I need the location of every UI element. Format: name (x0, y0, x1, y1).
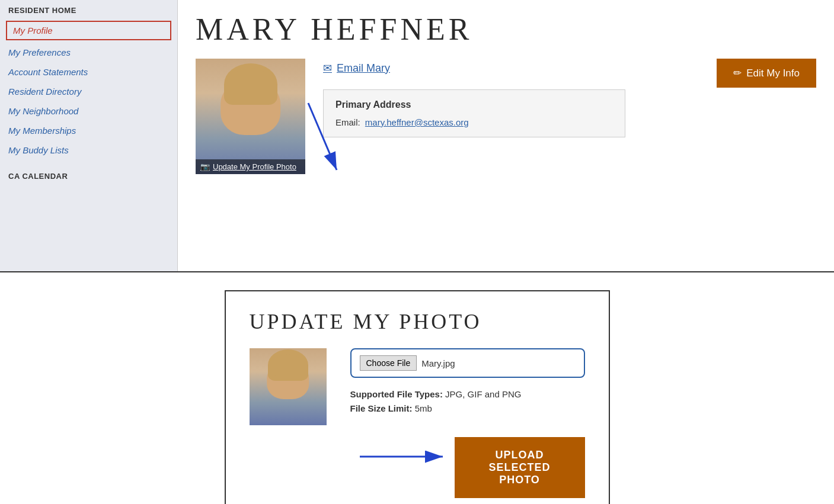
email-icon: ✉ (323, 62, 332, 75)
blue-arrow-right-annotation (357, 442, 452, 471)
update-profile-photo-link[interactable]: 📷 Update My Profile Photo (196, 159, 305, 174)
svg-line-1 (308, 103, 337, 170)
main-content: MARY HEFFNER 📷 Update My Profile Photo ✉… (178, 0, 834, 271)
blue-arrow-down-annotation (302, 100, 350, 183)
email-address-link[interactable]: mary.heffner@sctexas.org (365, 117, 469, 127)
primary-address-heading: Primary Address (335, 99, 613, 110)
modal-title: UPDATE MY PHOTO (250, 309, 585, 334)
update-photo-label-text: Update My Profile Photo (213, 162, 296, 171)
file-input-container: Choose File Mary.jpg (350, 348, 585, 378)
choose-file-button[interactable]: Choose File (360, 355, 417, 371)
update-photo-modal: UPDATE MY PHOTO Choose File Mary.jpg Sup… (225, 290, 610, 504)
chosen-file-name: Mary.jpg (421, 358, 455, 368)
edit-my-info-label: Edit My Info (746, 68, 800, 79)
modal-right: Choose File Mary.jpg Supported File Type… (350, 348, 585, 416)
sidebar-section-ca-calendar: CA CALENDAR (0, 166, 177, 184)
pencil-icon: ✏ (733, 67, 742, 79)
sidebar-item-my-buddy-lists[interactable]: My Buddy Lists (0, 140, 177, 160)
sidebar-item-my-neighborhood[interactable]: My Neighborhood (0, 101, 177, 121)
sidebar-section-resident-home: RESIDENT HOME (0, 0, 177, 18)
profile-photo (196, 59, 305, 174)
sidebar-item-resident-directory[interactable]: Resident Directory (0, 82, 177, 101)
email-link-text: Email Mary (337, 62, 390, 75)
bottom-section: UPDATE MY PHOTO Choose File Mary.jpg Sup… (0, 272, 834, 504)
sidebar-item-my-memberships[interactable]: My Memberships (0, 121, 177, 140)
upload-btn-line1: UPLOAD SELECTED (488, 449, 550, 473)
file-size-detail: 5mb (415, 403, 432, 413)
supported-types-detail: JPG, GIF and PNG (445, 389, 521, 399)
page-title: MARY HEFFNER (196, 12, 816, 47)
sidebar-item-account-statements[interactable]: Account Statements (0, 62, 177, 82)
sidebar-item-my-preferences[interactable]: My Preferences (0, 43, 177, 62)
primary-address-box: Primary Address Email: mary.heffner@scte… (323, 89, 625, 137)
address-email-row: Email: mary.heffner@sctexas.org (335, 117, 613, 127)
sidebar-item-my-profile[interactable]: My Profile (6, 21, 171, 40)
supported-types-label: Supported File Types: (350, 389, 443, 399)
file-info-text: Supported File Types: JPG, GIF and PNG F… (350, 387, 585, 416)
upload-selected-photo-button[interactable]: UPLOAD SELECTED PHOTO (455, 437, 585, 498)
sidebar: RESIDENT HOME My Profile My Preferences … (0, 0, 178, 271)
file-size-label: File Size Limit: (350, 403, 413, 413)
modal-body: Choose File Mary.jpg Supported File Type… (250, 348, 585, 425)
profile-area: 📷 Update My Profile Photo ✉ Email Mary ✏… (196, 59, 816, 174)
profile-photo-container: 📷 Update My Profile Photo (196, 59, 305, 174)
modal-bottom: UPLOAD SELECTED PHOTO (250, 437, 585, 498)
modal-photo-preview (250, 348, 327, 425)
camera-icon: 📷 (200, 162, 210, 171)
edit-my-info-button[interactable]: ✏ Edit My Info (717, 59, 816, 88)
upload-btn-line2: PHOTO (499, 474, 540, 486)
